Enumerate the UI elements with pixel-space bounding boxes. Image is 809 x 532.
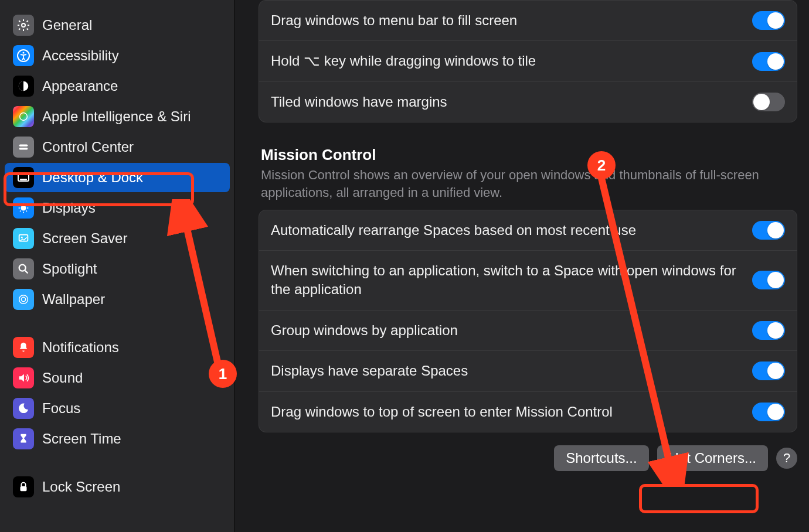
toggle-hold-option[interactable]: [752, 52, 785, 71]
hourglass-icon: [13, 428, 34, 449]
svg-point-11: [21, 237, 23, 238]
sidebar-item-label: Accessibility: [42, 47, 119, 64]
svg-rect-8: [20, 179, 27, 180]
sidebar-item-label: Wallpaper: [42, 291, 105, 308]
setting-row-rearrange-spaces: Automatically rearrange Spaces based on …: [259, 210, 797, 251]
gear-icon: [13, 15, 34, 36]
sidebar-item-label: Screen Saver: [42, 230, 127, 247]
sidebar-item-screen-time[interactable]: Screen Time: [5, 424, 230, 453]
sidebar-item-label: General: [42, 17, 92, 33]
svg-rect-6: [19, 148, 28, 150]
sidebar-item-label: Displays: [42, 200, 96, 216]
mission-control-group: Automatically rearrange Spaces based on …: [259, 210, 797, 432]
appearance-icon: [13, 76, 34, 97]
setting-label: Group windows by application: [271, 321, 752, 340]
sidebar-item-screen-saver[interactable]: Screen Saver: [5, 224, 230, 253]
windows-group: Drag windows to menu bar to fill screen …: [259, 0, 797, 122]
setting-label: Drag windows to top of screen to enter M…: [271, 403, 752, 421]
sidebar-item-label: Appearance: [42, 78, 118, 94]
setting-label: Displays have separate Spaces: [271, 362, 752, 380]
setting-label: When switching to an application, switch…: [271, 261, 752, 299]
help-button[interactable]: ?: [776, 448, 797, 469]
sidebar-item-desktop-dock[interactable]: Desktop & Dock: [5, 163, 230, 192]
mission-control-header: Mission Control Mission Control shows an…: [261, 146, 797, 201]
sidebar-item-label: Sound: [42, 370, 83, 386]
dock-icon: [13, 167, 34, 188]
sidebar-item-control-center[interactable]: Control Center: [5, 132, 230, 162]
setting-label: Drag windows to menu bar to fill screen: [271, 11, 752, 30]
sidebar-item-label: Apple Intelligence & Siri: [42, 108, 191, 125]
setting-row-drag-top: Drag windows to top of screen to enter M…: [259, 392, 797, 432]
toggle-rearrange-spaces[interactable]: [752, 221, 785, 240]
accessibility-icon: [13, 45, 34, 66]
siri-icon: [13, 106, 34, 127]
svg-point-14: [21, 297, 25, 301]
sidebar-item-focus[interactable]: Focus: [5, 394, 230, 423]
setting-row-hold-option: Hold ⌥ key while dragging windows to til…: [259, 41, 797, 81]
shortcuts-button[interactable]: Shortcuts...: [554, 445, 648, 471]
setting-label: Tiled windows have margins: [271, 93, 752, 111]
setting-label: Hold ⌥ key while dragging windows to til…: [271, 52, 752, 70]
setting-row-switch-space: When switching to an application, switch…: [259, 251, 797, 311]
toggle-group-windows[interactable]: [752, 321, 785, 340]
svg-point-2: [23, 52, 25, 54]
sidebar-item-accessibility[interactable]: Accessibility: [5, 41, 230, 70]
toggle-drag-top[interactable]: [752, 403, 785, 421]
setting-row-drag-menubar: Drag windows to menu bar to fill screen: [259, 1, 797, 41]
svg-point-13: [19, 295, 28, 304]
sound-icon: [13, 367, 34, 388]
sidebar-item-appearance[interactable]: Appearance: [5, 71, 230, 101]
lock-icon: [13, 476, 34, 497]
setting-row-group-windows: Group windows by application: [259, 311, 797, 351]
sidebar-item-spotlight[interactable]: Spotlight: [5, 254, 230, 284]
sidebar-item-label: Lock Screen: [42, 479, 120, 495]
content-pane: Drag windows to menu bar to fill screen …: [235, 0, 809, 532]
bell-icon: [13, 337, 34, 358]
sidebar-item-lock-screen[interactable]: Lock Screen: [5, 472, 230, 502]
sidebar-item-siri[interactable]: Apple Intelligence & Siri: [5, 102, 230, 131]
sidebar-item-displays[interactable]: Displays: [5, 193, 230, 223]
footer-buttons: Shortcuts... Hot Corners... ?: [259, 445, 797, 471]
sidebar-item-label: Notifications: [42, 339, 119, 356]
sidebar-item-notifications[interactable]: Notifications: [5, 333, 230, 362]
sidebar: General Accessibility Appearance Apple I…: [0, 0, 235, 532]
moon-icon: [13, 398, 34, 419]
sidebar-item-general[interactable]: General: [5, 11, 230, 40]
svg-rect-5: [19, 144, 28, 146]
toggle-tiled-margins[interactable]: [752, 93, 785, 111]
svg-rect-15: [21, 486, 27, 491]
screen-saver-icon: [13, 228, 34, 249]
sidebar-item-label: Desktop & Dock: [42, 169, 143, 186]
hot-corners-button[interactable]: Hot Corners...: [657, 445, 768, 471]
toggle-switch-space[interactable]: [752, 271, 785, 289]
sidebar-item-label: Spotlight: [42, 261, 97, 277]
toggle-separate-spaces[interactable]: [752, 362, 785, 380]
search-icon: [13, 258, 34, 279]
wallpaper-icon: [13, 289, 34, 310]
sidebar-item-wallpaper[interactable]: Wallpaper: [5, 285, 230, 314]
svg-point-0: [22, 23, 25, 27]
sidebar-item-label: Screen Time: [42, 431, 121, 447]
sidebar-item-label: Control Center: [42, 139, 134, 155]
section-title: Mission Control: [261, 146, 797, 164]
svg-point-12: [19, 265, 26, 271]
toggle-drag-menubar[interactable]: [752, 11, 785, 30]
setting-label: Automatically rearrange Spaces based on …: [271, 221, 752, 240]
setting-row-tiled-margins: Tiled windows have margins: [259, 82, 797, 122]
control-center-icon: [13, 137, 34, 158]
displays-icon: [13, 197, 34, 219]
svg-point-4: [20, 113, 28, 121]
setting-row-separate-spaces: Displays have separate Spaces: [259, 351, 797, 391]
sidebar-item-sound[interactable]: Sound: [5, 363, 230, 393]
sidebar-item-label: Focus: [42, 400, 80, 417]
svg-point-9: [21, 205, 26, 210]
section-description: Mission Control shows an overview of you…: [261, 166, 759, 201]
